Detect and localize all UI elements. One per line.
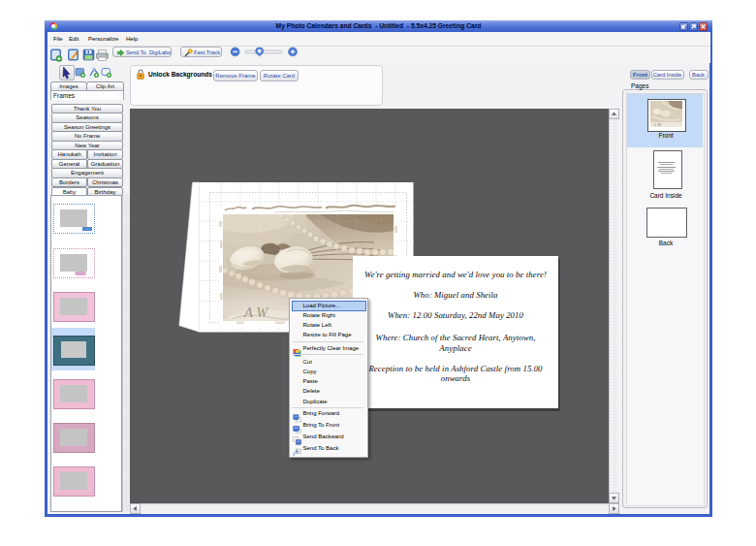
svg-text:A W: A W bbox=[652, 122, 662, 127]
svg-text:A W: A W bbox=[243, 305, 269, 320]
